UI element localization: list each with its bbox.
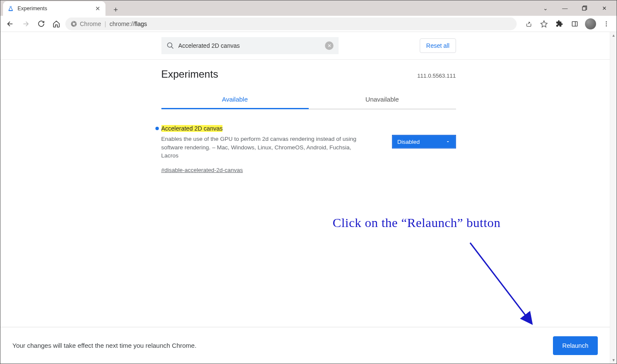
forward-button[interactable] [19, 17, 32, 30]
modified-dot-icon [155, 127, 159, 130]
home-button[interactable] [50, 17, 63, 30]
minimize-icon[interactable]: ― [555, 2, 575, 15]
back-button[interactable] [4, 17, 17, 30]
chevron-down-icon [445, 139, 450, 144]
svg-point-5 [606, 21, 607, 23]
chevron-down-icon[interactable]: ⌄ [535, 2, 555, 15]
window-controls: ⌄ ― ✕ [535, 0, 614, 16]
profile-avatar[interactable] [585, 18, 596, 29]
menu-icon[interactable] [599, 17, 613, 30]
relaunch-button[interactable]: Relaunch [553, 336, 598, 355]
flags-search-bar: ✕ Reset all [0, 32, 617, 60]
page-content: ✕ Reset all Experiments 111.0.5563.111 A… [0, 32, 617, 364]
svg-point-7 [606, 25, 607, 26]
svg-point-6 [606, 23, 607, 24]
scroll-up-icon[interactable]: ▲ [610, 32, 617, 39]
reload-button[interactable] [35, 17, 47, 30]
flag-select-value: Disabled [398, 139, 420, 145]
clear-search-icon[interactable]: ✕ [325, 41, 333, 50]
search-box[interactable]: ✕ [161, 37, 339, 54]
svg-rect-3 [572, 21, 577, 26]
bookmark-icon[interactable] [537, 17, 551, 30]
browser-tab[interactable]: Experiments ✕ [3, 1, 105, 16]
tab-unavailable[interactable]: Unavailable [309, 90, 456, 109]
tab-title: Experiments [18, 6, 47, 12]
close-icon[interactable]: ✕ [94, 5, 101, 12]
tab-strip: Experiments ✕ + ⌄ ― ✕ [0, 0, 617, 16]
omnibox-prefix: Chrome [80, 20, 101, 27]
maximize-icon[interactable] [575, 2, 594, 15]
flag-item: Accelerated 2D canvas Enables the use of… [161, 125, 456, 174]
relaunch-message: Your changes will take effect the next t… [12, 342, 196, 349]
sidepanel-icon[interactable] [568, 17, 582, 30]
flag-description: Enables the use of the GPU to perform 2d… [161, 135, 366, 160]
close-window-icon[interactable]: ✕ [594, 2, 614, 15]
flag-state-select[interactable]: Disabled [392, 135, 456, 149]
search-icon [167, 42, 174, 50]
browser-toolbar: Chrome | chrome://flags [0, 16, 617, 32]
svg-line-9 [171, 47, 173, 49]
svg-rect-0 [582, 7, 586, 10]
address-bar[interactable]: Chrome | chrome://flags [65, 17, 517, 30]
reset-all-button[interactable]: Reset all [420, 38, 456, 53]
scroll-down-icon[interactable]: ▼ [610, 357, 617, 364]
extensions-icon[interactable] [553, 17, 566, 30]
share-icon[interactable] [522, 17, 535, 30]
relaunch-bar: Your changes will take effect the next t… [0, 327, 610, 364]
flask-icon [7, 5, 14, 12]
svg-point-2 [73, 23, 75, 25]
omnibox-divider: | [105, 20, 106, 27]
page-title: Experiments [161, 68, 218, 80]
svg-point-8 [167, 43, 172, 47]
flag-title: Accelerated 2D canvas [161, 125, 223, 132]
version-label: 111.0.5563.111 [417, 73, 456, 79]
flag-anchor-link[interactable]: #disable-accelerated-2d-canvas [161, 167, 243, 173]
new-tab-button[interactable]: + [110, 4, 122, 16]
site-info-icon[interactable]: Chrome [70, 20, 101, 27]
scrollbar[interactable]: ▲ ▼ [610, 32, 617, 364]
search-input[interactable] [178, 42, 321, 49]
omnibox-url: chrome://flags [109, 20, 147, 27]
tab-available[interactable]: Available [161, 90, 309, 109]
flags-tabs: Available Unavailable [161, 90, 456, 109]
